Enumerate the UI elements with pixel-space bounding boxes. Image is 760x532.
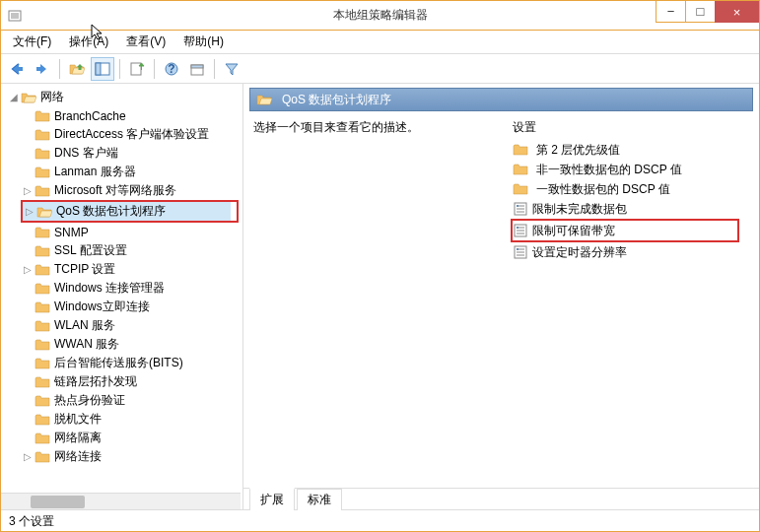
settings-list[interactable]: 设置 第 2 层优先级值 非一致性数据包的 DSCP 值 一致性数据包的 DSC…	[513, 119, 749, 262]
tree-label: Windows立即连接	[54, 299, 150, 315]
expand-icon[interactable]: ▷	[21, 264, 35, 275]
folder-open-icon	[21, 91, 36, 104]
settings-column-header[interactable]: 设置	[513, 119, 739, 136]
tree-pane[interactable]: ◢ 网络 BranchCache DirectAccess 客户端体验设置 DN…	[1, 84, 243, 509]
folder-open-icon	[256, 93, 272, 106]
tab-extended[interactable]: 扩展	[249, 488, 295, 510]
list-item[interactable]: 限制未完成数据包	[513, 199, 739, 219]
show-hide-tree-button[interactable]	[91, 57, 114, 81]
folder-icon	[35, 184, 50, 198]
expand-icon[interactable]: ▷	[21, 185, 35, 196]
tree-item[interactable]: 链路层拓扑发现	[1, 372, 242, 391]
tab-standard[interactable]: 标准	[297, 489, 342, 510]
list-label: 一致性数据包的 DSCP 值	[536, 181, 670, 198]
tree-label: 脱机文件	[54, 411, 102, 428]
back-button[interactable]	[5, 57, 29, 81]
svg-rect-10	[96, 63, 101, 75]
tree-label: 网络隔离	[54, 430, 102, 446]
folder-icon	[513, 163, 528, 176]
tree-item[interactable]: SNMP	[1, 223, 242, 241]
minimize-button[interactable]: −	[656, 1, 685, 23]
tree-label: DNS 客户端	[54, 145, 118, 162]
filter-button[interactable]	[220, 57, 243, 81]
folder-icon	[513, 182, 528, 196]
details-pane: QoS 数据包计划程序 选择一个项目来查看它的描述。 设置 第 2 层优先级值 …	[243, 84, 759, 509]
tree-item[interactable]: DirectAccess 客户端体验设置	[1, 125, 242, 144]
tab-strip: 扩展 标准	[243, 488, 759, 509]
tree-item[interactable]: 脱机文件	[1, 410, 242, 429]
folder-icon	[35, 109, 50, 123]
menu-view[interactable]: 查看(V)	[118, 31, 173, 53]
tree-label: DirectAccess 客户端体验设置	[54, 126, 209, 143]
folder-icon	[35, 375, 50, 389]
close-button[interactable]: ×	[715, 1, 759, 23]
list-label: 限制可保留带宽	[532, 223, 615, 239]
svg-rect-15	[191, 65, 203, 68]
details-header: QoS 数据包计划程序	[249, 88, 753, 111]
maximize-button[interactable]: □	[685, 1, 715, 23]
tree-label: 网络	[40, 89, 64, 105]
toolbar: ?	[1, 54, 759, 84]
tree-item[interactable]: Windows立即连接	[1, 298, 242, 316]
list-item[interactable]: 设置定时器分辨率	[513, 242, 739, 262]
list-label: 设置定时器分辨率	[532, 244, 627, 261]
tree-item[interactable]: ▷TCPIP 设置	[1, 260, 242, 279]
setting-icon	[513, 201, 528, 217]
tree-item[interactable]: ▷网络连接	[1, 447, 242, 466]
expand-icon[interactable]: ▷	[23, 206, 36, 217]
tree-label: QoS 数据包计划程序	[56, 203, 166, 220]
tree-item[interactable]: WWAN 服务	[1, 335, 242, 354]
menu-action[interactable]: 操作(A)	[61, 31, 116, 53]
list-item[interactable]: 一致性数据包的 DSCP 值	[513, 179, 739, 199]
folder-icon	[35, 147, 50, 161]
app-icon	[7, 8, 23, 24]
tree-label: WLAN 服务	[54, 317, 115, 334]
tree-item[interactable]: ▷Microsoft 对等网络服务	[1, 181, 242, 200]
tree-label: SNMP	[54, 226, 89, 239]
toolbar-divider	[214, 59, 215, 79]
list-item[interactable]: 第 2 层优先级值	[513, 140, 739, 160]
tree-root-network[interactable]: ◢ 网络	[1, 88, 242, 106]
setting-icon	[513, 244, 528, 260]
folder-icon	[35, 319, 50, 333]
toolbar-divider	[154, 59, 155, 79]
tree-item[interactable]: WLAN 服务	[1, 316, 242, 335]
expand-icon[interactable]: ▷	[21, 451, 35, 462]
export-list-button[interactable]	[125, 57, 149, 81]
menu-help[interactable]: 帮助(H)	[175, 31, 232, 53]
tree-label: WWAN 服务	[54, 336, 119, 353]
tree-item[interactable]: DNS 客户端	[1, 144, 242, 163]
tree-label: BranchCache	[54, 109, 126, 123]
description-hint: 选择一个项目来查看它的描述。	[253, 119, 473, 136]
tree-item-qos-selected[interactable]: ▷QoS 数据包计划程序	[23, 202, 231, 221]
list-label: 第 2 层优先级值	[536, 142, 620, 159]
list-item-highlighted[interactable]: 限制可保留带宽	[513, 221, 731, 240]
toolbar-divider	[59, 59, 60, 79]
list-label: 限制未完成数据包	[532, 201, 627, 218]
tree-item[interactable]: 后台智能传送服务(BITS)	[1, 354, 242, 372]
title-bar: 本地组策略编辑器 − □ ×	[1, 1, 759, 31]
folder-icon	[35, 300, 50, 314]
tree-label: Microsoft 对等网络服务	[54, 182, 176, 199]
folder-icon	[35, 338, 50, 352]
forward-button[interactable]	[31, 57, 54, 81]
list-item[interactable]: 非一致性数据包的 DSCP 值	[513, 160, 739, 179]
tree-item[interactable]: 热点身份验证	[1, 391, 242, 410]
details-title: QoS 数据包计划程序	[282, 92, 391, 108]
folder-icon	[35, 394, 50, 408]
tree-label: 后台智能传送服务(BITS)	[54, 355, 183, 371]
tree-item[interactable]: Windows 连接管理器	[1, 279, 242, 298]
tree-item[interactable]: 网络隔离	[1, 429, 242, 447]
tree-label: Windows 连接管理器	[54, 280, 165, 297]
collapse-icon[interactable]: ◢	[7, 92, 21, 102]
up-level-button[interactable]	[65, 57, 89, 81]
tree-item[interactable]: Lanman 服务器	[1, 163, 242, 181]
tree-item[interactable]: BranchCache	[1, 106, 242, 125]
setting-icon	[513, 223, 528, 238]
tree-label: Lanman 服务器	[54, 164, 136, 180]
options-button[interactable]	[185, 57, 209, 81]
folder-open-icon	[36, 205, 52, 219]
menu-file[interactable]: 文件(F)	[5, 31, 59, 53]
tree-item[interactable]: SSL 配置设置	[1, 241, 242, 260]
help-button[interactable]: ?	[160, 57, 183, 81]
